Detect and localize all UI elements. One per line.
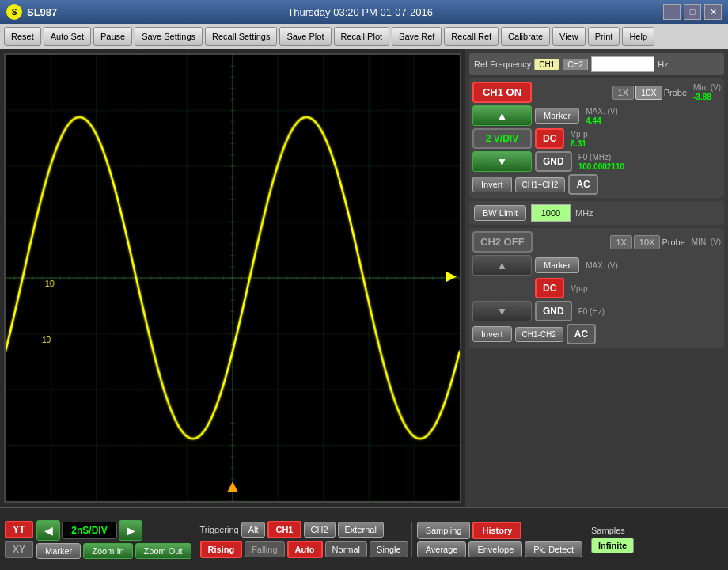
ch1-level-marker [446, 272, 457, 283]
trig-ext-button[interactable]: External [338, 522, 384, 538]
ch1-vpp-value-row: 8.31 [571, 139, 587, 148]
ch2-max-stats: MAX. (V) [586, 261, 618, 270]
ch1-min-value-row: -3.88 [693, 93, 721, 101]
time-next-button[interactable]: ▶ [119, 520, 142, 541]
ch2-down-button[interactable]: ▼ [472, 301, 532, 321]
app-name-label: SL987 [27, 6, 57, 18]
zoom-in-button[interactable]: Zoom In [83, 543, 132, 559]
ref-freq-input[interactable] [591, 56, 654, 72]
average-button[interactable]: Average [417, 542, 467, 557]
trig-rising-button[interactable]: Rising [200, 541, 243, 558]
ch1-up-button[interactable]: ▲ [472, 105, 532, 126]
trig-ch2-button[interactable]: CH2 [304, 522, 336, 538]
trig-ch1-button[interactable]: CH1 [267, 521, 301, 538]
trig-falling-button[interactable]: Falling [245, 542, 284, 557]
close-button[interactable]: ✕ [704, 4, 722, 20]
trig-single-button[interactable]: Single [370, 542, 408, 557]
recall-plot-button[interactable]: Recall Plot [334, 27, 390, 46]
xy-button[interactable]: XY [5, 541, 33, 558]
ch2-max-row: MAX. (V) [586, 261, 618, 270]
ch1-row1: CH1 ON 1X 10X Probe Min. (V) -3.88 [472, 82, 721, 103]
title-datetime: Thursday 03:20 PM 01-07-2016 [287, 6, 433, 18]
trig-label: Triggering [200, 525, 239, 534]
ch1-on-button[interactable]: CH1 ON [472, 82, 532, 103]
yt-button[interactable]: YT [5, 521, 33, 538]
save-settings-button[interactable]: Save Settings [135, 27, 203, 46]
reset-button[interactable]: Reset [4, 27, 41, 46]
ch2-max-label: MAX. (V) [586, 261, 618, 270]
help-button[interactable]: Help [622, 27, 654, 46]
ref-freq-row: Ref Frequency CH1 CH2 Hz [469, 53, 724, 75]
ref-freq-unit: Hz [658, 59, 668, 69]
ch1-dc-button[interactable]: DC [535, 128, 564, 149]
ch2-gnd-button[interactable]: GND [535, 301, 572, 321]
print-button[interactable]: Print [588, 27, 620, 46]
ch2-ac-button[interactable]: AC [567, 324, 596, 344]
ch1-min-row: Min. (V) [693, 83, 721, 92]
trig-normal-button[interactable]: Normal [325, 542, 367, 557]
samples-value: Infinite [591, 538, 634, 553]
ch1-max-value: 4.44 [586, 116, 601, 125]
ch2-stats: MIN. (V) [692, 238, 721, 246]
ch2-row2: ▲ Marker MAX. (V) [472, 255, 721, 276]
ch2-off-button[interactable]: CH2 OFF [472, 231, 533, 253]
ch1-max-row: MAX. (V) [586, 107, 618, 116]
trig-alt-button[interactable]: Alt [241, 522, 266, 538]
ch1-min-label: Min. (V) [693, 83, 721, 92]
ch1-ac-button[interactable]: AC [568, 174, 597, 195]
ch2-probe-1x-button[interactable]: 1X [610, 235, 631, 249]
save-ref-button[interactable]: Save Ref [392, 27, 442, 46]
ch2-add-button[interactable]: CH1-CH2 [515, 327, 563, 342]
marker-button[interactable]: Marker [36, 543, 81, 559]
ch2-invert-button[interactable]: Invert [472, 326, 512, 342]
minimize-button[interactable]: – [663, 4, 681, 20]
ch1-f0-label: F0 (MHz) [578, 153, 612, 162]
mode-group: YT XY [5, 521, 33, 558]
ref-freq-ch1-button[interactable]: CH1 [534, 59, 559, 70]
ch2-up-button[interactable]: ▲ [472, 255, 532, 276]
ch1-marker-button[interactable]: Marker [535, 108, 579, 124]
toolbar: Reset Auto Set Pause Save Settings Recal… [0, 24, 728, 49]
envelope-button[interactable]: Envelope [468, 542, 522, 557]
ch1-invert-button[interactable]: Invert [472, 177, 512, 192]
maximize-button[interactable]: □ [684, 4, 701, 20]
save-plot-button[interactable]: Save Plot [279, 27, 331, 46]
zoom-group: Marker Zoom In Zoom Out [36, 543, 191, 559]
zoom-out-button[interactable]: Zoom Out [135, 543, 191, 559]
ch1-max-stats: MAX. (V) 4.44 [586, 107, 618, 125]
bw-row: BW Limit MHz [469, 201, 724, 225]
recall-settings-button[interactable]: Recall Settings [205, 27, 277, 46]
ch2-dc-button[interactable]: DC [535, 278, 564, 298]
ch2-min-label: MIN. (V) [692, 238, 721, 246]
ch1-row5: Invert CH1+CH2 AC [472, 174, 721, 195]
ch1-down-button[interactable]: ▼ [472, 151, 532, 172]
history-button[interactable]: History [472, 522, 521, 539]
ch2-marker-button[interactable]: Marker [535, 257, 579, 273]
bw-limit-button[interactable]: BW Limit [474, 205, 526, 221]
ch1-probe-1x-button[interactable]: 1X [612, 86, 634, 100]
time-prev-button[interactable]: ◀ [36, 520, 60, 541]
auto-set-button[interactable]: Auto Set [44, 27, 91, 46]
pause-button[interactable]: Pause [93, 27, 132, 46]
view-button[interactable]: View [552, 27, 586, 46]
ch1-min-value: -3.88 [693, 93, 711, 101]
ch2-probe-10x-button[interactable]: 10X [634, 235, 661, 249]
sampling-group: Sampling History Average Envelope Pk. De… [411, 522, 582, 557]
recall-ref-button[interactable]: Recall Ref [444, 27, 499, 46]
calibrate-button[interactable]: Calibrate [501, 27, 550, 46]
ch1-vdiv-button[interactable]: 2 V/DIV [472, 128, 532, 149]
ch2-row4: ▼ GND F0 (Hz) [472, 301, 721, 321]
samples-group: Samples Infinite [586, 526, 634, 553]
ch1-add-button[interactable]: CH1+CH2 [515, 177, 566, 192]
pk-detect-button[interactable]: Pk. Detect [525, 542, 582, 557]
ch1-probe-10x-button[interactable]: 10X [635, 86, 662, 100]
sampling-button[interactable]: Sampling [417, 522, 471, 539]
ch1-vpp-value: 8.31 [571, 139, 586, 148]
ref-freq-ch2-button[interactable]: CH2 [563, 59, 588, 70]
bw-value-input[interactable] [531, 204, 571, 222]
samples-label: Samples [591, 526, 634, 535]
trig-edge-row: Rising Falling Auto Normal Single [200, 541, 408, 558]
ch1-vpp-label: Vp-p [571, 130, 587, 139]
trig-auto-button[interactable]: Auto [287, 541, 323, 558]
ch1-gnd-button[interactable]: GND [535, 151, 572, 172]
